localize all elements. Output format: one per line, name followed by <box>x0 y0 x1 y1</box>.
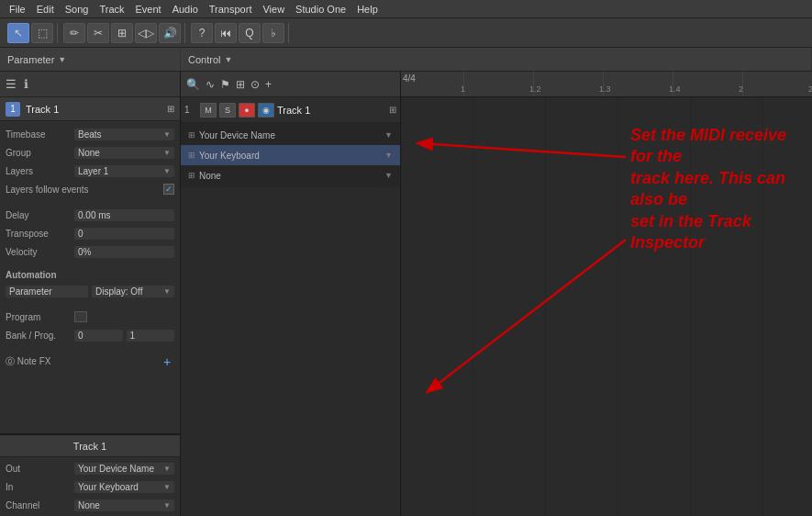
inspector-bottom: Track 1 Out Your Device Name ▼ In Your K… <box>0 433 180 516</box>
monitor-btn[interactable]: ◉ <box>258 103 274 118</box>
out-label: Out <box>6 464 74 474</box>
layers-arrow: ▼ <box>163 167 171 175</box>
volume-tool-btn[interactable]: 🔊 <box>159 23 181 43</box>
layers-label: Layers <box>6 166 74 176</box>
sub-track-keyboard-arrow: ▼ <box>384 151 393 160</box>
menu-help[interactable]: Help <box>351 4 384 15</box>
quantize-btn[interactable]: Q <box>239 23 261 43</box>
menu-edit[interactable]: Edit <box>31 4 60 15</box>
param-control-bar: Parameter ▼ Control ▼ <box>0 48 812 72</box>
in-label: In <box>6 482 74 492</box>
record-btn[interactable]: ● <box>239 103 255 118</box>
draw-tool-btn[interactable]: ✏ <box>63 23 85 43</box>
menu-track[interactable]: Track <box>94 4 129 15</box>
track-number-badge: 1 <box>6 102 20 117</box>
track-list-flag[interactable]: ⚑ <box>220 78 230 91</box>
timebase-value[interactable]: Beats ▼ <box>74 129 174 140</box>
flat-btn[interactable]: ♭ <box>262 23 284 43</box>
layers-follow-label: Layers follow events <box>6 185 163 195</box>
menu-audio[interactable]: Audio <box>167 4 204 15</box>
group-value[interactable]: None ▼ <box>74 147 174 159</box>
group-row: Group None ▼ <box>0 143 180 162</box>
velocity-label: Velocity <box>6 247 74 257</box>
channel-arrow: ▼ <box>163 501 171 510</box>
track-list-grid[interactable]: ⊞ <box>236 78 245 91</box>
divider-4 <box>0 344 180 352</box>
divider-2 <box>0 261 180 268</box>
menu-transport[interactable]: Transport <box>204 4 258 15</box>
sub-tracks-container: ⊞ Your Device Name ▼ ⊞ Your Keyboard ▼ ⊞… <box>181 123 400 187</box>
trim-tool-btn[interactable]: ◁▷ <box>135 23 157 43</box>
main-layout: ☰ ℹ 1 Track 1 ⊞ Timebase Beats ▼ Group N… <box>0 72 812 516</box>
out-row: Out Your Device Name ▼ <box>0 459 180 477</box>
menu-view[interactable]: View <box>257 4 290 15</box>
svg-line-0 <box>419 143 626 157</box>
arrange-content: Set the MIDI receive for the track here.… <box>401 97 812 516</box>
note-fx-row: ⓪ Note FX + <box>0 352 180 372</box>
help-btn[interactable]: ? <box>191 23 213 43</box>
inspector-toolbar: ☰ ℹ <box>0 72 180 97</box>
velocity-value[interactable]: 0% <box>74 246 174 258</box>
group-arrow: ▼ <box>163 149 171 157</box>
program-label: Program <box>6 312 74 322</box>
automation-param-value[interactable]: Parameter <box>6 286 88 297</box>
menu-song[interactable]: Song <box>60 4 95 15</box>
marker-2-2: 2.2 <box>808 84 812 94</box>
marker-2: 2 <box>739 84 743 94</box>
control-dropdown[interactable]: Control ▼ <box>181 48 812 71</box>
sub-track-keyboard[interactable]: ⊞ Your Keyboard ▼ <box>181 145 400 165</box>
bank-value[interactable]: 0 <box>74 330 123 342</box>
transpose-label: Transpose <box>6 229 74 239</box>
range-tool-btn[interactable]: ⬚ <box>31 23 53 43</box>
track-settings-icon[interactable]: ⊞ <box>167 104 174 114</box>
track-list-search[interactable]: 🔍 <box>186 78 200 91</box>
track-list-sine[interactable]: ∿ <box>206 78 215 91</box>
inspector-track-header: 1 Track 1 ⊞ <box>0 97 180 121</box>
toolbar-group-edit: ✏ ✂ ⊞ ◁▷ 🔊 <box>60 23 185 43</box>
note-fx-add-btn[interactable]: + <box>160 354 174 369</box>
sub-track-device[interactable]: ⊞ Your Device Name ▼ <box>181 125 400 145</box>
delay-row: Delay 0.00 ms <box>0 206 180 224</box>
prog-value[interactable]: 1 <box>127 330 175 342</box>
inspector-menu-icon[interactable]: ☰ <box>6 77 17 91</box>
arrange-area: 4/4 1 1.2 1.3 1.4 2 2.2 2.3 2.4 3 <box>401 72 812 516</box>
in-row: In Your Keyboard ▼ <box>0 477 180 496</box>
track-row-1: 1 M S ● ◉ Track 1 ⊞ <box>181 97 400 123</box>
layers-value[interactable]: Layer 1 ▼ <box>74 165 174 177</box>
track-list-clock[interactable]: ⊙ <box>250 78 260 91</box>
transpose-value[interactable]: 0 <box>74 228 174 240</box>
program-row: Program <box>0 308 180 326</box>
menu-file[interactable]: File <box>4 4 31 15</box>
erase-tool-btn[interactable]: ✂ <box>87 23 109 43</box>
split-tool-btn[interactable]: ⊞ <box>111 23 133 43</box>
menu-studio-one[interactable]: Studio One <box>290 4 351 15</box>
svg-line-1 <box>428 240 626 391</box>
select-tool-btn[interactable]: ↖ <box>7 23 29 43</box>
delay-value[interactable]: 0.00 ms <box>74 209 174 221</box>
track-ctrl-icon[interactable]: ⊞ <box>389 105 396 115</box>
transpose-row: Transpose 0 <box>0 224 180 242</box>
track-list-add[interactable]: + <box>265 78 272 91</box>
divider-1 <box>0 198 180 206</box>
program-checkbox[interactable] <box>74 311 87 322</box>
annotation-overlay: Set the MIDI receive for the track here.… <box>401 97 812 516</box>
out-value[interactable]: Your Device Name ▼ <box>74 463 174 475</box>
menu-event[interactable]: Event <box>130 4 167 15</box>
inspector-info-icon[interactable]: ℹ <box>24 77 28 91</box>
sub-track-device-arrow: ▼ <box>384 130 393 140</box>
sub-track-none[interactable]: ⊞ None ▼ <box>181 165 400 185</box>
marker-1-4: 1.4 <box>669 84 681 94</box>
mute-btn[interactable]: M <box>200 103 217 118</box>
bank-prog-label: Bank / Prog. <box>6 331 74 341</box>
parameter-dropdown[interactable]: Parameter ▼ <box>0 48 181 71</box>
channel-value[interactable]: None ▼ <box>74 499 174 511</box>
skip-btn[interactable]: ⏮ <box>215 23 237 43</box>
in-arrow: ▼ <box>163 483 171 491</box>
menu-bar: File Edit Song Track Event Audio Transpo… <box>0 0 812 18</box>
layers-follow-checkbox[interactable]: ✓ <box>163 184 174 195</box>
in-value[interactable]: Your Keyboard ▼ <box>74 481 174 493</box>
solo-btn[interactable]: S <box>219 103 236 118</box>
display-arrow: ▼ <box>163 287 171 296</box>
automation-display-value[interactable]: Display: Off ▼ <box>92 286 174 297</box>
marker-1: 1 <box>461 84 465 94</box>
